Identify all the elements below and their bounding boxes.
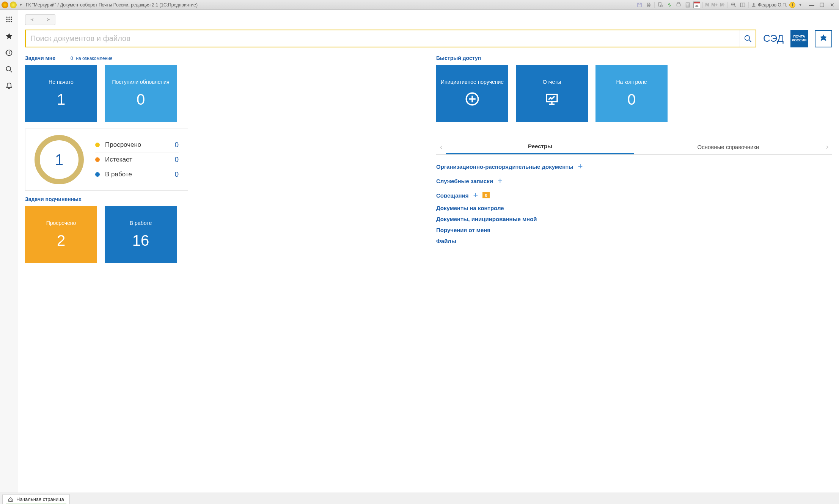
print-icon[interactable] (645, 2, 652, 8)
info-icon[interactable]: i (789, 2, 795, 8)
save-icon[interactable] (636, 2, 643, 8)
svg-rect-1 (639, 3, 641, 4)
svg-rect-7 (677, 4, 680, 6)
tasks-mine-title[interactable]: Задачи мне (25, 55, 55, 61)
content-area: СЭД ПОЧТАРОССИИ Задачи мне 0 на ознакомл… (18, 10, 839, 493)
tile-sub-inwork[interactable]: В работе 16 (105, 206, 177, 263)
preview-icon[interactable] (657, 2, 664, 8)
svg-point-6 (660, 5, 662, 7)
svg-point-24 (11, 17, 12, 18)
svg-rect-39 (547, 94, 557, 101)
search-input[interactable] (26, 30, 740, 47)
info-dropdown-icon[interactable]: ▼ (798, 3, 802, 7)
reg-item-meetings[interactable]: Совещания + 0 (436, 190, 832, 200)
register-tabs: ‹ Реестры Основные справочники › (436, 139, 832, 155)
apps-icon[interactable] (5, 15, 13, 24)
titlebar-dropdown-icon[interactable]: ▼ (19, 3, 23, 7)
svg-point-27 (11, 19, 12, 20)
dot-yellow-icon (95, 143, 100, 147)
review-count: 0 (71, 56, 73, 61)
dot-orange-icon (95, 157, 100, 162)
plus-icon[interactable]: + (498, 176, 503, 186)
stat-overdue[interactable]: Просрочено 0 (95, 138, 179, 152)
dot-blue-icon (95, 172, 100, 177)
svg-rect-9 (686, 3, 690, 7)
plus-icon[interactable]: + (578, 162, 583, 171)
tab-next-icon[interactable]: › (822, 143, 832, 151)
tile-not-started[interactable]: Не начато 1 (25, 65, 97, 122)
star-icon[interactable] (5, 32, 13, 40)
presentation-icon (544, 91, 560, 108)
svg-point-25 (6, 19, 7, 20)
plus-circle-icon (464, 91, 480, 108)
svg-rect-42 (10, 500, 11, 501)
print2-icon[interactable] (675, 2, 682, 8)
svg-line-35 (749, 40, 751, 42)
svg-point-23 (8, 17, 9, 18)
maximize-button[interactable]: ❐ (818, 2, 826, 8)
zoom-icon[interactable] (730, 2, 737, 8)
reg-item-initiated[interactable]: Документы, инициированные мной (436, 216, 832, 222)
svg-point-29 (8, 21, 9, 22)
memory-m-plus[interactable]: M+ (711, 2, 718, 8)
search-button[interactable] (740, 30, 756, 47)
calendar-icon[interactable]: 31 (693, 2, 700, 8)
user-label[interactable]: Федоров О.П. (751, 2, 787, 8)
summary-card: 1 Просрочено 0 Истекает 0 (25, 129, 188, 191)
svg-point-34 (745, 35, 749, 40)
svg-rect-8 (678, 3, 680, 4)
home-icon (8, 497, 13, 502)
reg-item-control[interactable]: Документы на контроле (436, 205, 832, 211)
calc-icon[interactable] (684, 2, 691, 8)
close-button[interactable]: ✕ (828, 2, 836, 8)
post-russia-logo: ПОЧТАРОССИИ (790, 30, 808, 47)
titlebar: ▼ ГК "Меркурий" / Документооборот Почты … (0, 0, 839, 10)
svg-point-28 (6, 21, 7, 22)
back-button[interactable] (25, 14, 40, 25)
svg-point-21 (753, 3, 755, 5)
reg-item-ord[interactable]: Организационно-распорядительные документ… (436, 162, 832, 171)
history-icon[interactable] (5, 49, 13, 57)
stat-in-work[interactable]: В работе 0 (95, 167, 179, 182)
svg-point-26 (8, 19, 9, 20)
link-icon[interactable] (666, 2, 673, 8)
tile-updates[interactable]: Поступили обновления 0 (105, 65, 177, 122)
svg-rect-0 (638, 3, 642, 7)
reg-item-files[interactable]: Файлы (436, 238, 832, 244)
bottom-tab-home[interactable]: Начальная страница (2, 494, 70, 504)
minimize-button[interactable]: — (808, 2, 816, 8)
window-title: ГК "Меркурий" / Документооборот Почты Ро… (26, 2, 198, 8)
svg-rect-5 (659, 3, 661, 6)
tab-dictionaries[interactable]: Основные справочники (634, 140, 822, 154)
reg-item-assignments[interactable]: Поручения от меня (436, 227, 832, 233)
search-box (25, 30, 756, 47)
svg-line-33 (10, 71, 12, 72)
tasks-sub-title[interactable]: Задачи подчиненных (25, 196, 82, 202)
memory-m-minus[interactable]: M- (720, 2, 725, 8)
tab-prev-icon[interactable]: ‹ (436, 143, 446, 151)
bottom-bar: Начальная страница (0, 493, 839, 504)
tab-registries[interactable]: Реестры (446, 139, 634, 154)
tile-sub-overdue[interactable]: Просрочено 2 (25, 206, 97, 263)
left-rail (0, 10, 18, 493)
svg-rect-19 (740, 3, 745, 7)
tile-on-control[interactable]: На контроле 0 (595, 65, 668, 122)
panels-icon[interactable] (739, 2, 746, 8)
svg-line-16 (734, 6, 735, 7)
bell-icon[interactable] (5, 82, 13, 90)
tile-reports[interactable]: Отчеты (516, 65, 588, 122)
plus-icon[interactable]: + (473, 190, 478, 200)
titlebar-tools: 31 M M+ M- Федоров О.П. i ▼ — ❐ ✕ (636, 2, 837, 8)
stat-expiring[interactable]: Истекает 0 (95, 152, 179, 167)
review-label[interactable]: на ознакомление (76, 56, 112, 61)
quick-access-title: Быстрый доступ (436, 55, 481, 61)
tile-initiative[interactable]: Инициативное поручение (436, 65, 508, 122)
memory-m[interactable]: M (705, 2, 709, 8)
reg-item-memo[interactable]: Служебные записки + (436, 176, 832, 186)
eagle-logo (815, 30, 832, 47)
svg-point-30 (11, 21, 12, 22)
forward-button[interactable] (40, 14, 55, 25)
search-rail-icon[interactable] (5, 65, 13, 74)
register-list: Организационно-распорядительные документ… (436, 160, 832, 244)
app-icon-1c (2, 2, 8, 8)
